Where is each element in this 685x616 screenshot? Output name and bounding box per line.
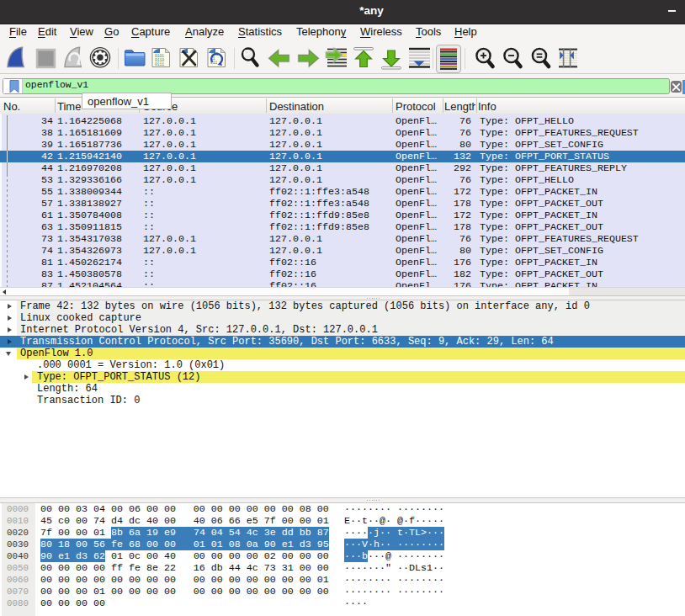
svg-text:0111: 0111: [155, 62, 164, 66]
